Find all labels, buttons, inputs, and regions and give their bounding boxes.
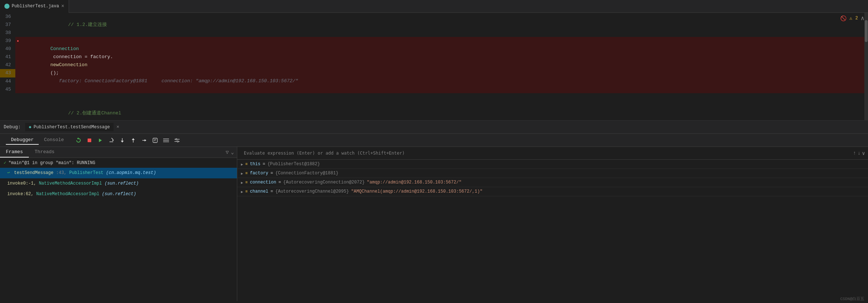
tab-threads[interactable]: Threads (29, 147, 61, 158)
editor-scrollbar[interactable] (864, 13, 868, 121)
editor-tab[interactable]: PublisherTest.java × (0, 0, 69, 13)
line-37-nums: 37 (0, 21, 15, 29)
debug-session-name: PublisherTest.testSendMessage (34, 125, 110, 130)
line-numbers-column: 36 37 38 39 40 (0, 13, 15, 121)
var-eq: = (270, 171, 273, 176)
breakpoint-indicator-37: ● (15, 37, 20, 93)
watch-expand-button[interactable]: ∨ (862, 150, 865, 156)
tab-console[interactable]: Console (39, 136, 69, 145)
editor-scrollbar-thumb[interactable] (865, 20, 868, 42)
line-42-nums: 42 (0, 61, 15, 69)
debug-content: Frames Threads ▽ ⌄ ✓ "main"@1 in group "… (0, 147, 868, 301)
watch-arrow-buttons: ↑ ↓ ∨ (853, 150, 865, 156)
step-out-button[interactable] (128, 135, 138, 145)
step-into-button[interactable] (117, 135, 127, 145)
stop-button[interactable] (84, 135, 95, 145)
resume-button[interactable] (95, 135, 105, 145)
watch-item-channel[interactable]: ▶ ≡ channel = {AutorecoveringChannel@209… (237, 187, 868, 196)
var-extra-channel: "AMQChannel(amqp://admin@192.168.150.103… (351, 189, 483, 194)
line-45-nums: 45 (0, 86, 15, 94)
watch-item-connection[interactable]: ▶ ≡ connection = {AutorecoveringConnecti… (237, 178, 868, 187)
breakpoint-dot-icon: ● (17, 39, 19, 43)
expand-arrow-icon: ▶ (241, 190, 243, 194)
line-num-42: 42 (0, 61, 14, 69)
var-icon: ≡ (245, 180, 248, 185)
var-eq: = (262, 162, 265, 167)
line-num-38: 38 (0, 29, 14, 37)
watch-item-this[interactable]: ▶ ≡ this = {PublisherTest@1882} (237, 160, 868, 169)
watch-item-factory[interactable]: ▶ ≡ factory = {ConnectionFactory@1881} (237, 169, 868, 178)
frame-package-2: (sun.reflect) (102, 192, 136, 197)
frame-item-0[interactable]: ↩ testSendMessage :43, PublisherTest (cn… (0, 168, 237, 178)
expand-arrow-icon: ▶ (241, 181, 243, 185)
code-line-38 (15, 93, 868, 101)
var-icon: ≡ (245, 171, 248, 175)
evaluate-button[interactable] (150, 135, 160, 145)
debug-session-close-button[interactable]: × (116, 124, 119, 130)
var-eq: = (270, 189, 273, 194)
step-over-button[interactable] (106, 135, 116, 145)
frame-colon-0: :43, (56, 170, 69, 175)
line-num-40: 40 (0, 45, 14, 53)
frames-sub-tabs: Frames Threads ▽ ⌄ (0, 147, 237, 158)
debug-tab-bar: Debug: ◆ PublisherTest.testSendMessage × (0, 121, 868, 134)
watch-next-button[interactable]: ↓ (857, 150, 860, 156)
code-editor: 36 37 38 39 40 (0, 13, 868, 121)
svg-marker-1 (99, 139, 102, 142)
line-43-nums: 43 → (0, 69, 15, 77)
watch-toolbar: Evaluate expression (Enter) or add a wat… (237, 147, 868, 160)
debug-session-tab[interactable]: ◆ PublisherTest.testSendMessage (25, 123, 114, 131)
run-to-cursor-button[interactable] (139, 135, 149, 145)
svg-marker-9 (145, 139, 146, 141)
line-num-37: 37 (0, 21, 14, 29)
line-num-36: 36 (0, 13, 14, 21)
expand-frames-icon[interactable]: ⌄ (231, 149, 234, 155)
line-39-nums: 39 (0, 37, 15, 45)
svg-marker-7 (132, 138, 135, 140)
frame-method-0: testSendMessage (14, 170, 53, 175)
var-val-factory: {ConnectionFactory@1881} (275, 171, 338, 176)
tab-close-button[interactable]: × (61, 3, 64, 9)
frame-return-icon: ↩ (7, 170, 10, 175)
inline-hint-37: factory: ConnectionFactory@1881 connecti… (53, 78, 298, 84)
code-line-37: ● Connection connection = factory. newCo… (15, 37, 868, 93)
frame-item-2[interactable]: invoke:62, NativeMethodAccessorImpl (sun… (0, 189, 237, 200)
expand-arrow-icon: ▶ (241, 162, 243, 167)
debug-panel: Debug: ◆ PublisherTest.testSendMessage ×… (0, 121, 868, 301)
var-name-this: this (250, 162, 261, 167)
svg-marker-5 (121, 141, 124, 143)
code-line-39: // 2.创建通道Channel (15, 101, 868, 121)
evaluate-hint: Evaluate expression (Enter) or add a wat… (240, 148, 408, 158)
filter-icon[interactable]: ▽ (226, 149, 228, 155)
mute-breakpoints-button[interactable] (161, 135, 171, 145)
code-text-36: // 1.2.建立连接 (15, 13, 868, 37)
line-num-43: 43 (0, 69, 14, 77)
tab-label: PublisherTest.java (12, 4, 59, 9)
code-lines-area: // 1.2.建立连接 ● Connection connection = fa… (15, 13, 868, 121)
debug-toolbar: Debugger Console (0, 134, 868, 147)
var-icon: ≡ (245, 162, 248, 166)
thread-running-badge: ✓ "main"@1 in group "main": RUNNING (0, 158, 237, 168)
settings-button[interactable] (172, 135, 182, 145)
code-text-37: Connection connection = factory. newConn… (20, 37, 868, 93)
code-span: connection = factory. (50, 54, 113, 60)
frame-class-2: NativeMethodAccessorImpl (36, 192, 99, 197)
code-span: (); (50, 70, 59, 76)
tab-debugger[interactable]: Debugger (6, 136, 39, 145)
frame-method-2: invoke:62, (7, 192, 36, 197)
frame-package-0: (cn.aopmin.mq.test) (106, 170, 156, 175)
rerun-button[interactable] (73, 135, 84, 145)
var-val-connection: {AutorecoveringConnection@2072} (283, 180, 365, 185)
watch-prev-button[interactable]: ↑ (853, 150, 856, 156)
line-41-nums: 41 (0, 53, 15, 61)
frames-toolbar-icons: ▽ ⌄ (226, 149, 237, 155)
java-file-icon (4, 4, 9, 9)
watermark: CSDN@白豆五 (840, 296, 864, 302)
svg-rect-0 (88, 139, 91, 142)
frame-item-1[interactable]: invoke0:-1, NativeMethodAccessorImpl (su… (0, 178, 237, 189)
frame-class-1: NativeMethodAccessorImpl (39, 181, 102, 186)
check-icon: ✓ (4, 160, 6, 166)
line-num-45: 45 (0, 86, 14, 94)
var-name-channel: channel (250, 189, 268, 194)
tab-frames[interactable]: Frames (0, 147, 29, 158)
